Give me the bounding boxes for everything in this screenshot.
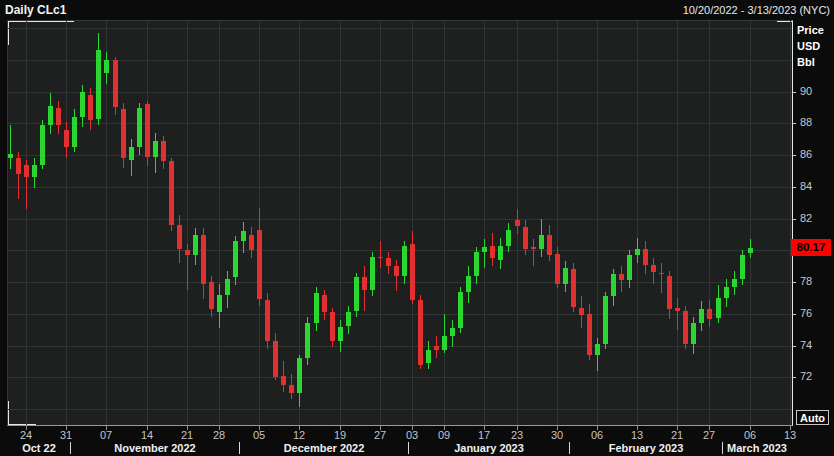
- day-tick-label: 07: [93, 429, 119, 441]
- candle: [297, 358, 302, 393]
- grid-line-horizontal: [8, 60, 792, 61]
- candle: [8, 154, 13, 159]
- candle: [515, 220, 520, 226]
- grid-line-vertical: [380, 21, 381, 425]
- candle: [113, 60, 118, 108]
- candle: [603, 296, 608, 344]
- price-axis: Price USD Bbl 908886848278767472: [794, 21, 834, 425]
- candle: [201, 235, 206, 284]
- candle: [330, 312, 335, 341]
- candle: [394, 266, 399, 276]
- grid-line-horizontal: [8, 314, 792, 315]
- month-label: December 2022: [249, 442, 399, 454]
- candle: [740, 255, 745, 279]
- grid-line-vertical: [484, 21, 485, 425]
- candle: [651, 265, 656, 273]
- candle: [48, 106, 53, 125]
- candle: [145, 104, 150, 156]
- day-tick-label: 21: [174, 429, 200, 441]
- candle: [96, 50, 101, 118]
- candle: [724, 287, 729, 298]
- month-label: January 2023: [414, 442, 564, 454]
- price-unit-line-3: Bbl: [797, 54, 824, 70]
- time-axis: 2431071421280512192703091723300613212706…: [0, 425, 834, 456]
- price-axis-tick: [792, 346, 796, 347]
- day-tick-label: 13: [777, 429, 803, 441]
- grid-line-vertical: [790, 21, 791, 425]
- candle: [185, 250, 190, 255]
- candle: [691, 323, 696, 344]
- candle: [555, 254, 560, 284]
- grid-line-vertical: [340, 21, 341, 425]
- month-divider: [70, 442, 71, 454]
- candle: [547, 235, 552, 256]
- candle: [104, 60, 109, 73]
- candle: [635, 249, 640, 255]
- candle: [506, 230, 511, 246]
- grid-line-vertical: [66, 21, 67, 425]
- candle: [161, 141, 166, 162]
- price-axis-unit-label: Price USD Bbl: [797, 22, 824, 70]
- grid-line-horizontal: [8, 250, 792, 251]
- price-unit-line-1: Price: [797, 22, 824, 38]
- month-divider: [239, 442, 240, 454]
- day-tick-label: 30: [544, 429, 570, 441]
- candle: [314, 293, 319, 323]
- candle: [683, 311, 688, 344]
- price-unit-line-2: USD: [797, 38, 824, 54]
- grid-line-horizontal: [8, 28, 792, 29]
- grid-line-vertical: [637, 21, 638, 425]
- candle: [716, 298, 721, 319]
- price-axis-tick: [792, 155, 796, 156]
- frame-accent-left-top: [8, 21, 9, 45]
- candle: [402, 246, 407, 276]
- candle: [88, 95, 93, 120]
- candle: [362, 277, 367, 290]
- candle: [378, 257, 383, 259]
- candle: [426, 350, 431, 363]
- price-tick-label: 78: [800, 275, 812, 287]
- candle: [16, 158, 21, 174]
- grid-line-horizontal: [8, 346, 792, 347]
- frame-accent-top-left: [8, 21, 74, 22]
- candle: [289, 385, 294, 393]
- candle-wick: [10, 125, 11, 169]
- candle: [32, 165, 37, 178]
- day-tick-label: 17: [471, 429, 497, 441]
- candle: [732, 279, 737, 287]
- candle: [418, 300, 423, 365]
- candle: [209, 282, 214, 309]
- candle: [322, 295, 327, 313]
- candle: [241, 231, 246, 241]
- price-tick-label: 86: [800, 148, 812, 160]
- day-tick-label: 27: [696, 429, 722, 441]
- candle: [40, 125, 45, 165]
- candle: [442, 336, 447, 350]
- day-tick-label: 31: [53, 429, 79, 441]
- grid-line-horizontal: [8, 409, 792, 410]
- day-tick-label: 27: [367, 429, 393, 441]
- grid-line-vertical: [750, 21, 751, 425]
- day-tick-label: 28: [206, 429, 232, 441]
- candle: [434, 346, 439, 351]
- date-range-label: 10/20/2022 - 3/13/2023 (NYC): [683, 4, 830, 16]
- grid-line-horizontal: [8, 219, 792, 220]
- day-tick-label: 05: [246, 429, 272, 441]
- candle: [458, 292, 463, 329]
- auto-scale-button[interactable]: Auto: [796, 410, 829, 425]
- price-tick-label: 74: [800, 339, 812, 351]
- candle: [265, 300, 270, 341]
- chart-plot-area[interactable]: [7, 20, 793, 426]
- candle: [137, 108, 142, 148]
- grid-line-vertical: [444, 21, 445, 425]
- month-divider: [408, 442, 409, 454]
- candle-wick: [380, 241, 381, 268]
- day-tick-label: 23: [504, 429, 530, 441]
- candle: [225, 279, 230, 295]
- candle: [498, 246, 503, 260]
- candle: [539, 235, 544, 249]
- price-axis-tick: [792, 187, 796, 188]
- month-label: November 2022: [80, 442, 230, 454]
- price-axis-tick: [792, 92, 796, 93]
- candle: [466, 276, 471, 292]
